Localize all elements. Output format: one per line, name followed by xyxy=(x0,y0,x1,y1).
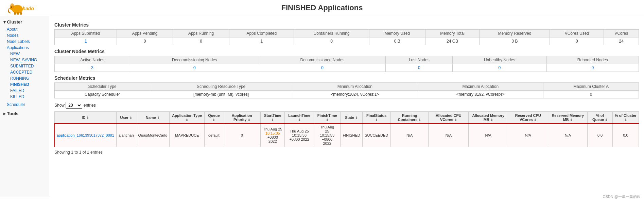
app-id-link[interactable]: application_1661393017372_0001 xyxy=(57,133,114,137)
sidebar-item-about[interactable]: About xyxy=(3,26,46,32)
sidebar-item-failed[interactable]: FAILED xyxy=(7,88,46,94)
th-id[interactable]: ID ⇕ xyxy=(55,112,117,124)
showing-label: Showing 1 to 1 of 1 entries xyxy=(54,150,103,155)
td-queue: default xyxy=(205,124,223,147)
sidebar-item-submitted[interactable]: SUBMITTED xyxy=(7,63,46,69)
cm-header-containers: Containers Running xyxy=(294,30,369,37)
td-pct-cluster: 0.0 xyxy=(612,124,639,147)
svg-text:hadoop: hadoop xyxy=(22,6,34,11)
th-finish-time[interactable]: FinishTime ⇕ xyxy=(314,112,341,124)
sidebar-item-new-saving[interactable]: NEW_SAVING xyxy=(7,57,46,63)
cm-vcores-used: 0 xyxy=(550,37,604,45)
svg-rect-3 xyxy=(14,12,16,15)
cn-header-decommissioning: Decommissioning Nodes xyxy=(130,56,259,64)
sort-pct-queue-icon: ⇕ xyxy=(605,118,608,122)
cn-header-unhealthy: Unhealthy Nodes xyxy=(453,56,546,64)
th-name[interactable]: Name ⇕ xyxy=(136,112,170,124)
sidebar-item-node-labels[interactable]: Node Labels xyxy=(3,38,46,45)
cm-header-completed: Apps Completed xyxy=(229,30,294,37)
td-alloc-mem: N/A xyxy=(469,124,508,147)
cn-unhealthy-link[interactable]: 0 xyxy=(499,65,501,70)
sm-header-type: Scheduler Type xyxy=(55,83,150,91)
apps-table-wrapper: ID ⇕ User ⇕ Name ⇕ Application Type ⇕ Qu… xyxy=(54,111,639,147)
th-user[interactable]: User ⇕ xyxy=(116,112,136,124)
th-final-status[interactable]: FinalStatus ⇕ xyxy=(362,112,390,124)
th-priority[interactable]: Application Priority ⇕ xyxy=(223,112,261,124)
sidebar-item-accepted[interactable]: ACCEPTED xyxy=(7,69,46,75)
th-running-containers[interactable]: Running Containers ⇕ xyxy=(390,112,429,124)
sort-res-cpu-icon: ⇕ xyxy=(534,118,537,122)
cn-rebooted-link[interactable]: 0 xyxy=(591,65,594,70)
sort-queue-icon: ⇕ xyxy=(212,118,215,122)
show-label: Show xyxy=(54,103,66,108)
cm-vcores: 24 xyxy=(604,37,639,45)
td-reserved-mem: N/A xyxy=(548,124,588,147)
sidebar-item-nodes[interactable]: Nodes xyxy=(3,32,46,38)
td-priority: 0 xyxy=(223,124,261,147)
th-reserved-mem[interactable]: Reserved Memory MB ⇕ xyxy=(548,112,588,124)
cm-completed: 1 xyxy=(229,37,294,45)
th-launch-time[interactable]: LaunchTime ⇕ xyxy=(285,112,314,124)
cn-active-link[interactable]: 3 xyxy=(91,65,93,70)
td-running-containers: N/A xyxy=(390,124,429,147)
entries-select[interactable]: 10 20 25 50 100 xyxy=(66,102,82,109)
entries-label: entries xyxy=(84,103,96,108)
cn-lost: 0 xyxy=(386,64,453,72)
sort-type-icon: ⇕ xyxy=(186,118,188,122)
cn-active: 3 xyxy=(55,64,130,72)
svg-point-6 xyxy=(11,6,12,8)
cm-submitted-link[interactable]: 1 xyxy=(85,39,87,44)
sort-user-icon: ⇕ xyxy=(129,116,132,120)
sort-finish-icon: ⇕ xyxy=(326,118,329,122)
sidebar-item-new[interactable]: NEW xyxy=(7,51,46,57)
cluster-section: ▾ Cluster About Nodes Node Labels Applic… xyxy=(3,19,46,108)
cm-containers: 0 xyxy=(294,37,369,45)
th-queue[interactable]: Queue ⇕ xyxy=(205,112,223,124)
cm-running: 0 xyxy=(173,37,229,45)
cn-decommissioned-link[interactable]: 0 xyxy=(321,65,324,70)
app-status-links: NEW NEW_SAVING SUBMITTED ACCEPTED RUNNIN… xyxy=(3,51,46,100)
hadoop-logo: hadoop xyxy=(7,0,34,16)
cm-header-mem-used: Memory Used xyxy=(369,30,425,37)
page-title: FINISHED Applications xyxy=(281,3,363,12)
tools-section: ▸ Tools xyxy=(3,111,46,116)
td-id: application_1661393017372_0001 xyxy=(55,124,117,147)
th-pct-queue[interactable]: % of Queue ⇕ xyxy=(588,112,612,124)
sort-containers-icon: ⇕ xyxy=(418,118,421,122)
th-alloc-cpu[interactable]: Allocated CPU VCores ⇕ xyxy=(429,112,469,124)
cn-decommissioning-link[interactable]: 0 xyxy=(193,65,196,70)
sm-header-resource-type: Scheduling Resource Type xyxy=(150,83,292,91)
cn-decommissioned: 0 xyxy=(259,64,386,72)
sort-alloc-cpu-icon: ⇕ xyxy=(454,118,457,122)
sort-id-icon: ⇕ xyxy=(86,116,89,120)
sidebar-item-applications[interactable]: Applications xyxy=(3,45,46,51)
cn-rebooted: 0 xyxy=(546,64,639,72)
cm-header-vcores: VCores xyxy=(604,30,639,37)
cm-header-mem-total: Memory Total xyxy=(425,30,480,37)
content-area: Cluster Metrics Apps Submitted Apps Pend… xyxy=(49,16,644,197)
cm-header-vcores-used: VCores Used xyxy=(550,30,604,37)
cm-pending: 0 xyxy=(117,37,173,45)
cluster-section-title[interactable]: ▾ Cluster xyxy=(3,19,46,25)
th-app-type[interactable]: Application Type ⇕ xyxy=(170,112,205,124)
th-pct-cluster[interactable]: % of Cluster ⇕ xyxy=(612,112,639,124)
cn-header-active: Active Nodes xyxy=(55,56,130,64)
sidebar-item-scheduler[interactable]: Scheduler xyxy=(3,102,46,108)
sidebar-item-running[interactable]: RUNNING xyxy=(7,75,46,81)
cn-lost-link[interactable]: 0 xyxy=(418,65,420,70)
cn-header-lost: Lost Nodes xyxy=(386,56,453,64)
sm-min-alloc: <memory:1024, vCores:1> xyxy=(292,91,418,98)
sort-pct-cluster-icon: ⇕ xyxy=(624,118,627,122)
sidebar-item-killed[interactable]: KILLED xyxy=(7,94,46,100)
cn-header-rebooted: Rebooted Nodes xyxy=(546,56,639,64)
tools-section-title[interactable]: ▸ Tools xyxy=(3,111,46,116)
th-alloc-mem[interactable]: Allocated Memory MB ⇕ xyxy=(469,112,508,124)
th-state[interactable]: State ⇕ xyxy=(341,112,362,124)
logo-area: hadoop xyxy=(7,0,34,16)
scheduler-metrics-title: Scheduler Metrics xyxy=(54,75,639,81)
cm-header-pending: Apps Pending xyxy=(117,30,173,37)
cn-unhealthy: 0 xyxy=(453,64,546,72)
th-reserved-cpu[interactable]: Reserved CPU VCores ⇕ xyxy=(508,112,548,124)
th-start-time[interactable]: StartTime ⇕ xyxy=(261,112,285,124)
sidebar-item-finished[interactable]: FINISHED xyxy=(7,81,46,88)
